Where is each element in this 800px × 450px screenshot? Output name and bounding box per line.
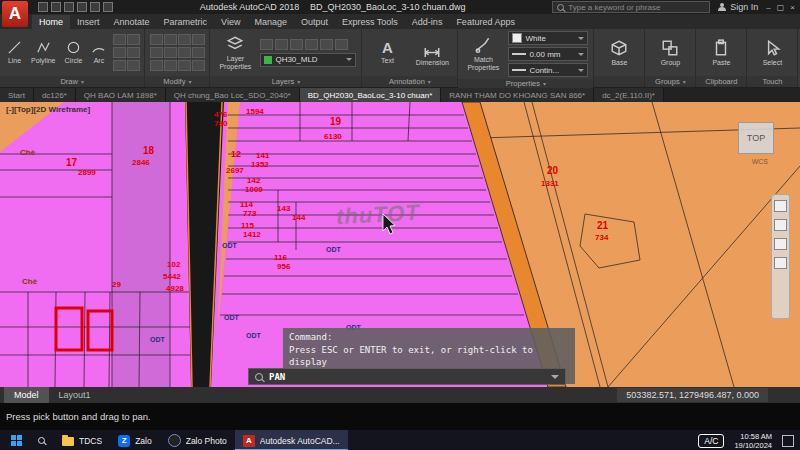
modify-tool-icon[interactable] (150, 47, 163, 58)
layers-panel-label[interactable]: Layers (210, 76, 361, 87)
undo-icon[interactable] (90, 2, 100, 12)
modify-tool-icon[interactable] (178, 60, 191, 71)
line-button[interactable]: Line (5, 39, 24, 66)
annotation-panel-label[interactable]: Annotation (362, 76, 457, 87)
ribbon-tab-view[interactable]: View (214, 15, 247, 29)
draw-tool-icon[interactable] (127, 60, 140, 71)
file-tab[interactable]: RANH THAM DO KHOANG SAN 866* (441, 88, 594, 102)
taskbar-item-label: Autodesk AutoCAD... (260, 436, 340, 446)
modify-panel-label[interactable]: Modify (145, 76, 209, 87)
ribbon-tab-add-ins[interactable]: Add-ins (405, 15, 450, 29)
ribbon-tab-manage[interactable]: Manage (247, 15, 294, 29)
arc-button[interactable]: Arc (89, 39, 108, 66)
properties-panel-label[interactable]: Properties (458, 79, 593, 88)
print-icon[interactable] (77, 2, 87, 12)
modify-tool-icon[interactable] (164, 34, 177, 45)
notification-icon[interactable] (782, 435, 794, 447)
dimension-button[interactable]: Dimension (412, 38, 452, 68)
base-panel-label[interactable] (594, 76, 644, 87)
file-tab[interactable]: BD_QH2030_BaoLoc_3-10 chuan* (300, 88, 442, 102)
help-search-box[interactable]: Type a keyword or phrase (552, 1, 710, 13)
ribbon-tab-parametric[interactable]: Parametric (157, 15, 215, 29)
file-tab[interactable]: dc126* (34, 88, 76, 102)
linetype-dropdown[interactable]: Contin... (508, 63, 588, 77)
modify-tool-icon[interactable] (150, 34, 163, 45)
clipboard-panel-label[interactable]: Clipboard (696, 76, 746, 87)
layer-tool-icon[interactable] (275, 39, 288, 50)
command-input[interactable]: PAN (248, 368, 566, 385)
ribbon-tab-home[interactable]: Home (32, 15, 70, 29)
layer-tool-icon[interactable] (260, 39, 273, 50)
viewport-controls[interactable]: [-][Top][2D Wireframe] (6, 105, 90, 114)
taskbar-item-zalo[interactable]: ZZalo (110, 430, 160, 450)
ribbon-tab-express-tools[interactable]: Express Tools (335, 15, 405, 29)
modify-tool-icon[interactable] (150, 60, 163, 71)
draw-tool-icon[interactable] (127, 47, 140, 58)
base-button[interactable]: Base (599, 38, 639, 68)
open-icon[interactable] (51, 2, 61, 12)
select-button[interactable]: Select (752, 38, 792, 68)
draw-tool-icon[interactable] (113, 34, 126, 45)
modify-tool-icon[interactable] (192, 60, 205, 71)
chevron-down-icon[interactable] (551, 375, 559, 379)
file-tab[interactable]: dc_2(E.110.II)* (594, 88, 664, 102)
drawing-canvas[interactable]: [-][Top][2D Wireframe] TOP WCS thuTOT Ch… (0, 102, 800, 387)
zoom-icon[interactable] (774, 238, 787, 250)
layout1-tab[interactable]: Layout1 (49, 387, 101, 403)
layer-tool-icon[interactable] (320, 39, 333, 50)
steering-wheel-icon[interactable] (774, 200, 787, 212)
orbit-icon[interactable] (774, 257, 787, 269)
draw-tool-icon[interactable] (127, 34, 140, 45)
model-tab[interactable]: Model (4, 387, 49, 403)
pan-icon[interactable] (774, 219, 787, 231)
ac-overlay-button[interactable]: A/C (698, 434, 724, 448)
ribbon-tab-insert[interactable]: Insert (70, 15, 107, 29)
sign-in-button[interactable]: Sign In (718, 2, 758, 12)
ribbon-tab-output[interactable]: Output (294, 15, 335, 29)
touch-panel-label[interactable]: Touch (747, 76, 797, 87)
ribbon-tab-featured-apps[interactable]: Featured Apps (449, 15, 522, 29)
group-button[interactable]: Group (650, 38, 690, 68)
paste-button[interactable]: Paste (701, 38, 741, 68)
file-tab[interactable]: Start (0, 88, 34, 102)
wcs-label[interactable]: WCS (752, 158, 768, 165)
modify-tool-icon[interactable] (192, 47, 205, 58)
ribbon-tab-annotate[interactable]: Annotate (107, 15, 157, 29)
file-tab[interactable]: QH BAO LAM 1898* (76, 88, 166, 102)
modify-tool-icon[interactable] (178, 47, 191, 58)
layer-properties-button[interactable]: Layer Properties (215, 34, 255, 71)
close-icon[interactable]: × (790, 3, 795, 12)
layer-tool-icon[interactable] (335, 39, 348, 50)
layer-tool-icon[interactable] (290, 39, 303, 50)
new-icon[interactable] (38, 2, 48, 12)
polyline-button[interactable]: Polyline (29, 39, 58, 66)
draw-tool-icon[interactable] (113, 47, 126, 58)
taskbar-item-tdcs[interactable]: TDCS (54, 430, 110, 450)
file-tab[interactable]: QH chung_Bao Loc_SDO_2040* (166, 88, 300, 102)
taskbar-clock[interactable]: 10:58 AM 19/10/2024 (734, 432, 772, 450)
modify-tool-icon[interactable] (178, 34, 191, 45)
taskbar-search-button[interactable] (30, 430, 52, 450)
taskbar-item-zalo-photo[interactable]: Zalo Photo (160, 430, 235, 450)
object-color-dropdown[interactable]: White (508, 31, 588, 45)
minimize-icon[interactable]: – (766, 3, 770, 12)
layer-dropdown[interactable]: QH30_MLD (260, 53, 356, 67)
circle-button[interactable]: Circle (63, 39, 85, 66)
text-button[interactable]: A Text (367, 39, 407, 66)
lineweight-dropdown[interactable]: 0.00 mm (508, 47, 588, 61)
maximize-icon[interactable]: ▢ (777, 3, 785, 12)
autocad-app-button[interactable]: A (2, 1, 28, 27)
redo-icon[interactable] (103, 2, 113, 12)
viewcube[interactable]: TOP (738, 122, 774, 154)
taskbar-item-autodesk-autocad-[interactable]: AAutodesk AutoCAD... (235, 430, 348, 450)
modify-tool-icon[interactable] (164, 47, 177, 58)
layer-tool-icon[interactable] (305, 39, 318, 50)
start-button[interactable] (4, 430, 28, 450)
match-properties-button[interactable]: Match Properties (463, 35, 503, 72)
draw-tool-icon[interactable] (113, 60, 126, 71)
modify-tool-icon[interactable] (192, 34, 205, 45)
modify-tool-icon[interactable] (164, 60, 177, 71)
groups-panel-label[interactable]: Groups (645, 76, 695, 87)
draw-panel-label[interactable]: Draw (0, 76, 144, 87)
save-icon[interactable] (64, 2, 74, 12)
